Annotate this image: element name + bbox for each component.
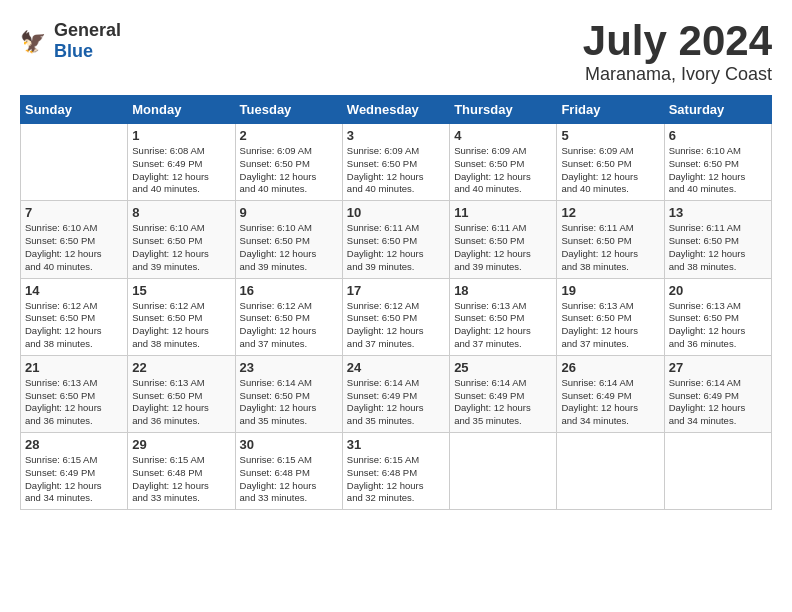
calendar-day-header: Wednesday (342, 96, 449, 124)
logo-icon: 🦅 (20, 26, 50, 56)
day-number: 18 (454, 283, 552, 298)
calendar-day-header: Friday (557, 96, 664, 124)
calendar-week-row: 28Sunrise: 6:15 AM Sunset: 6:49 PM Dayli… (21, 433, 772, 510)
calendar-week-row: 21Sunrise: 6:13 AM Sunset: 6:50 PM Dayli… (21, 355, 772, 432)
day-number: 4 (454, 128, 552, 143)
calendar-cell: 11Sunrise: 6:11 AM Sunset: 6:50 PM Dayli… (450, 201, 557, 278)
calendar-day-header: Saturday (664, 96, 771, 124)
calendar-cell: 20Sunrise: 6:13 AM Sunset: 6:50 PM Dayli… (664, 278, 771, 355)
day-number: 12 (561, 205, 659, 220)
day-info: Sunrise: 6:11 AM Sunset: 6:50 PM Dayligh… (454, 222, 552, 273)
day-info: Sunrise: 6:14 AM Sunset: 6:49 PM Dayligh… (669, 377, 767, 428)
calendar-cell: 12Sunrise: 6:11 AM Sunset: 6:50 PM Dayli… (557, 201, 664, 278)
calendar-cell: 2Sunrise: 6:09 AM Sunset: 6:50 PM Daylig… (235, 124, 342, 201)
calendar-cell: 8Sunrise: 6:10 AM Sunset: 6:50 PM Daylig… (128, 201, 235, 278)
day-info: Sunrise: 6:10 AM Sunset: 6:50 PM Dayligh… (25, 222, 123, 273)
day-number: 2 (240, 128, 338, 143)
day-info: Sunrise: 6:12 AM Sunset: 6:50 PM Dayligh… (25, 300, 123, 351)
day-info: Sunrise: 6:15 AM Sunset: 6:48 PM Dayligh… (347, 454, 445, 505)
main-title: July 2024 (583, 20, 772, 62)
calendar-cell: 10Sunrise: 6:11 AM Sunset: 6:50 PM Dayli… (342, 201, 449, 278)
calendar-week-row: 1Sunrise: 6:08 AM Sunset: 6:49 PM Daylig… (21, 124, 772, 201)
day-info: Sunrise: 6:14 AM Sunset: 6:49 PM Dayligh… (347, 377, 445, 428)
day-number: 3 (347, 128, 445, 143)
calendar-cell: 4Sunrise: 6:09 AM Sunset: 6:50 PM Daylig… (450, 124, 557, 201)
page-header: 🦅 General Blue July 2024 Maranama, Ivory… (20, 20, 772, 85)
day-number: 16 (240, 283, 338, 298)
calendar-cell (664, 433, 771, 510)
calendar-cell: 9Sunrise: 6:10 AM Sunset: 6:50 PM Daylig… (235, 201, 342, 278)
calendar-cell: 22Sunrise: 6:13 AM Sunset: 6:50 PM Dayli… (128, 355, 235, 432)
calendar-cell (21, 124, 128, 201)
calendar-cell: 6Sunrise: 6:10 AM Sunset: 6:50 PM Daylig… (664, 124, 771, 201)
title-block: July 2024 Maranama, Ivory Coast (583, 20, 772, 85)
day-number: 11 (454, 205, 552, 220)
day-info: Sunrise: 6:13 AM Sunset: 6:50 PM Dayligh… (561, 300, 659, 351)
day-number: 20 (669, 283, 767, 298)
calendar-cell: 21Sunrise: 6:13 AM Sunset: 6:50 PM Dayli… (21, 355, 128, 432)
day-info: Sunrise: 6:15 AM Sunset: 6:48 PM Dayligh… (132, 454, 230, 505)
svg-text:🦅: 🦅 (20, 29, 47, 55)
calendar-table: SundayMondayTuesdayWednesdayThursdayFrid… (20, 95, 772, 510)
calendar-cell: 26Sunrise: 6:14 AM Sunset: 6:49 PM Dayli… (557, 355, 664, 432)
day-info: Sunrise: 6:13 AM Sunset: 6:50 PM Dayligh… (669, 300, 767, 351)
day-number: 13 (669, 205, 767, 220)
day-number: 22 (132, 360, 230, 375)
calendar-cell: 7Sunrise: 6:10 AM Sunset: 6:50 PM Daylig… (21, 201, 128, 278)
day-info: Sunrise: 6:13 AM Sunset: 6:50 PM Dayligh… (25, 377, 123, 428)
day-number: 8 (132, 205, 230, 220)
day-number: 29 (132, 437, 230, 452)
day-info: Sunrise: 6:09 AM Sunset: 6:50 PM Dayligh… (240, 145, 338, 196)
day-number: 10 (347, 205, 445, 220)
day-number: 28 (25, 437, 123, 452)
day-number: 5 (561, 128, 659, 143)
day-number: 25 (454, 360, 552, 375)
day-info: Sunrise: 6:11 AM Sunset: 6:50 PM Dayligh… (347, 222, 445, 273)
day-number: 26 (561, 360, 659, 375)
calendar-cell: 30Sunrise: 6:15 AM Sunset: 6:48 PM Dayli… (235, 433, 342, 510)
day-info: Sunrise: 6:14 AM Sunset: 6:50 PM Dayligh… (240, 377, 338, 428)
day-number: 6 (669, 128, 767, 143)
calendar-cell: 24Sunrise: 6:14 AM Sunset: 6:49 PM Dayli… (342, 355, 449, 432)
day-info: Sunrise: 6:12 AM Sunset: 6:50 PM Dayligh… (240, 300, 338, 351)
calendar-week-row: 14Sunrise: 6:12 AM Sunset: 6:50 PM Dayli… (21, 278, 772, 355)
calendar-cell: 25Sunrise: 6:14 AM Sunset: 6:49 PM Dayli… (450, 355, 557, 432)
day-info: Sunrise: 6:09 AM Sunset: 6:50 PM Dayligh… (347, 145, 445, 196)
calendar-cell: 19Sunrise: 6:13 AM Sunset: 6:50 PM Dayli… (557, 278, 664, 355)
day-info: Sunrise: 6:15 AM Sunset: 6:49 PM Dayligh… (25, 454, 123, 505)
calendar-cell: 18Sunrise: 6:13 AM Sunset: 6:50 PM Dayli… (450, 278, 557, 355)
day-info: Sunrise: 6:12 AM Sunset: 6:50 PM Dayligh… (132, 300, 230, 351)
calendar-cell: 31Sunrise: 6:15 AM Sunset: 6:48 PM Dayli… (342, 433, 449, 510)
logo-general: General (54, 20, 121, 40)
day-number: 9 (240, 205, 338, 220)
calendar-day-header: Sunday (21, 96, 128, 124)
day-number: 23 (240, 360, 338, 375)
calendar-day-header: Monday (128, 96, 235, 124)
day-info: Sunrise: 6:11 AM Sunset: 6:50 PM Dayligh… (669, 222, 767, 273)
day-number: 14 (25, 283, 123, 298)
calendar-cell: 17Sunrise: 6:12 AM Sunset: 6:50 PM Dayli… (342, 278, 449, 355)
day-number: 24 (347, 360, 445, 375)
day-number: 17 (347, 283, 445, 298)
calendar-cell: 1Sunrise: 6:08 AM Sunset: 6:49 PM Daylig… (128, 124, 235, 201)
day-info: Sunrise: 6:12 AM Sunset: 6:50 PM Dayligh… (347, 300, 445, 351)
calendar-header-row: SundayMondayTuesdayWednesdayThursdayFrid… (21, 96, 772, 124)
calendar-cell: 5Sunrise: 6:09 AM Sunset: 6:50 PM Daylig… (557, 124, 664, 201)
calendar-cell: 29Sunrise: 6:15 AM Sunset: 6:48 PM Dayli… (128, 433, 235, 510)
calendar-cell: 14Sunrise: 6:12 AM Sunset: 6:50 PM Dayli… (21, 278, 128, 355)
day-info: Sunrise: 6:10 AM Sunset: 6:50 PM Dayligh… (132, 222, 230, 273)
day-info: Sunrise: 6:13 AM Sunset: 6:50 PM Dayligh… (454, 300, 552, 351)
day-number: 1 (132, 128, 230, 143)
calendar-cell: 27Sunrise: 6:14 AM Sunset: 6:49 PM Dayli… (664, 355, 771, 432)
calendar-cell: 15Sunrise: 6:12 AM Sunset: 6:50 PM Dayli… (128, 278, 235, 355)
calendar-cell: 23Sunrise: 6:14 AM Sunset: 6:50 PM Dayli… (235, 355, 342, 432)
day-info: Sunrise: 6:09 AM Sunset: 6:50 PM Dayligh… (561, 145, 659, 196)
calendar-cell (557, 433, 664, 510)
day-number: 7 (25, 205, 123, 220)
day-info: Sunrise: 6:13 AM Sunset: 6:50 PM Dayligh… (132, 377, 230, 428)
logo-blue: Blue (54, 41, 93, 61)
logo: 🦅 General Blue (20, 20, 121, 62)
day-info: Sunrise: 6:08 AM Sunset: 6:49 PM Dayligh… (132, 145, 230, 196)
calendar-cell: 3Sunrise: 6:09 AM Sunset: 6:50 PM Daylig… (342, 124, 449, 201)
day-number: 30 (240, 437, 338, 452)
